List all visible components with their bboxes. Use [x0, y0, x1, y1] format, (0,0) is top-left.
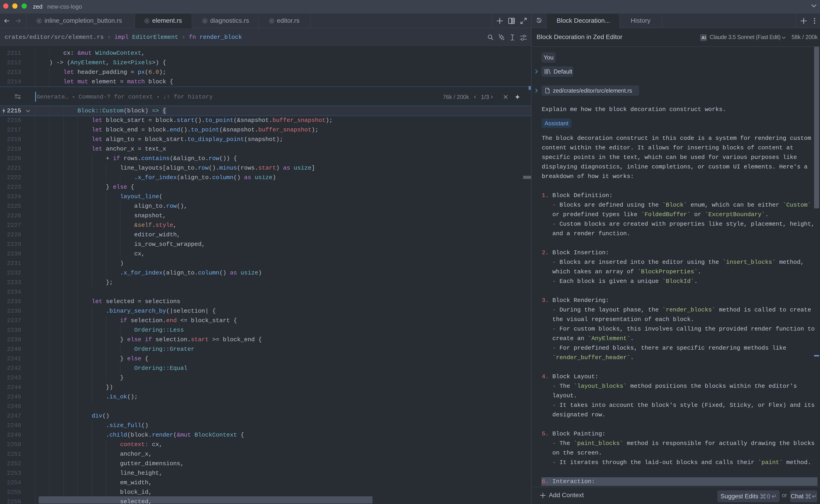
svg-text:R: R	[271, 20, 273, 23]
svg-text:R: R	[38, 20, 40, 23]
svg-text:R: R	[204, 20, 206, 23]
svg-text:R: R	[146, 20, 148, 23]
